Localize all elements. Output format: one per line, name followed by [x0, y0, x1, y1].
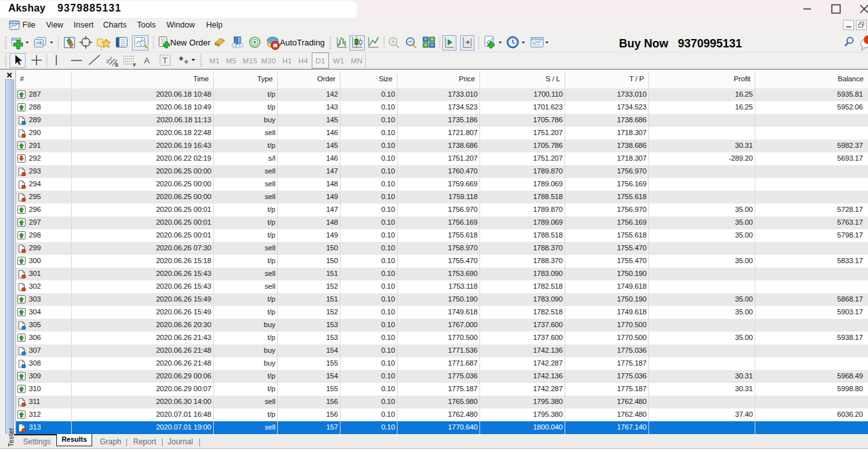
- svg-text:AutoTrading: AutoTrading: [280, 38, 325, 47]
- svg-text:T: T: [163, 56, 168, 65]
- svg-text:A: A: [144, 56, 150, 65]
- svg-text:New Order: New Order: [170, 38, 211, 47]
- svg-text:E: E: [115, 62, 119, 68]
- svg-text:F: F: [133, 62, 136, 68]
